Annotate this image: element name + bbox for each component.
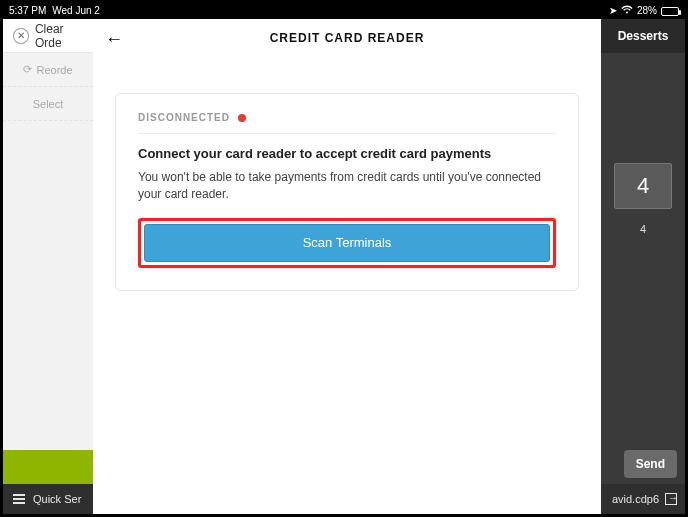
- reorder-label: Reorde: [36, 64, 72, 76]
- close-icon: ✕: [13, 28, 29, 44]
- status-dot-icon: [238, 114, 246, 122]
- panel-heading: Connect your card reader to accept credi…: [138, 146, 556, 161]
- app-frame: 5:37 PM Wed Jun 2 ➤ 28% ✕ Clear Orde ⟳ R…: [0, 0, 688, 517]
- highlight-box: Scan Terminals: [138, 218, 556, 268]
- reader-status-panel: DISCONNECTED Connect your card reader to…: [115, 93, 579, 291]
- sheet-title: CREDIT CARD READER: [270, 31, 425, 45]
- refresh-icon: ⟳: [23, 63, 32, 76]
- connection-status: DISCONNECTED: [138, 112, 556, 134]
- status-time: 5:37 PM: [9, 3, 46, 19]
- reorder-row[interactable]: ⟳ Reorde: [3, 53, 93, 87]
- battery-icon: [661, 7, 679, 16]
- service-mode-label: Quick Ser: [33, 493, 81, 505]
- order-pane: ✕ Clear Orde ⟳ Reorde Select Quick Ser: [3, 19, 93, 514]
- menu-item-tile[interactable]: 4: [614, 163, 672, 209]
- battery-percent: 28%: [637, 3, 657, 19]
- user-bar[interactable]: avid.cdp6: [601, 484, 685, 514]
- menu-tab-desserts[interactable]: Desserts: [601, 19, 685, 53]
- select-row[interactable]: Select: [3, 87, 93, 121]
- back-button[interactable]: ←: [105, 29, 123, 50]
- hamburger-icon: [13, 494, 25, 504]
- send-button[interactable]: Send: [624, 450, 677, 478]
- exit-icon: [665, 493, 677, 505]
- checkout-bar[interactable]: [3, 450, 93, 484]
- wifi-icon: [621, 3, 633, 19]
- clear-order-label: Clear Orde: [35, 22, 93, 50]
- menu-pane: Desserts 4 4 Send avid.cdp6: [601, 19, 685, 514]
- send-label: Send: [636, 457, 665, 471]
- scan-terminals-label: Scan Terminals: [303, 235, 392, 250]
- panel-body: You won't be able to take payments from …: [138, 169, 556, 204]
- sheet-header: ← CREDIT CARD READER: [93, 19, 601, 57]
- clear-order-button[interactable]: ✕ Clear Orde: [3, 19, 93, 53]
- status-label: DISCONNECTED: [138, 112, 230, 123]
- service-mode-bar[interactable]: Quick Ser: [3, 484, 93, 514]
- location-icon: ➤: [609, 3, 617, 19]
- menu-item-label: 4: [640, 223, 646, 235]
- menu-tab-label: Desserts: [618, 29, 669, 43]
- menu-item-value: 4: [637, 173, 649, 199]
- user-label: avid.cdp6: [612, 493, 659, 505]
- select-label: Select: [33, 98, 64, 110]
- card-reader-sheet: ← CREDIT CARD READER DISCONNECTED Connec…: [93, 19, 601, 514]
- status-bar: 5:37 PM Wed Jun 2 ➤ 28%: [3, 3, 685, 19]
- status-date: Wed Jun 2: [52, 3, 100, 19]
- scan-terminals-button[interactable]: Scan Terminals: [144, 224, 550, 262]
